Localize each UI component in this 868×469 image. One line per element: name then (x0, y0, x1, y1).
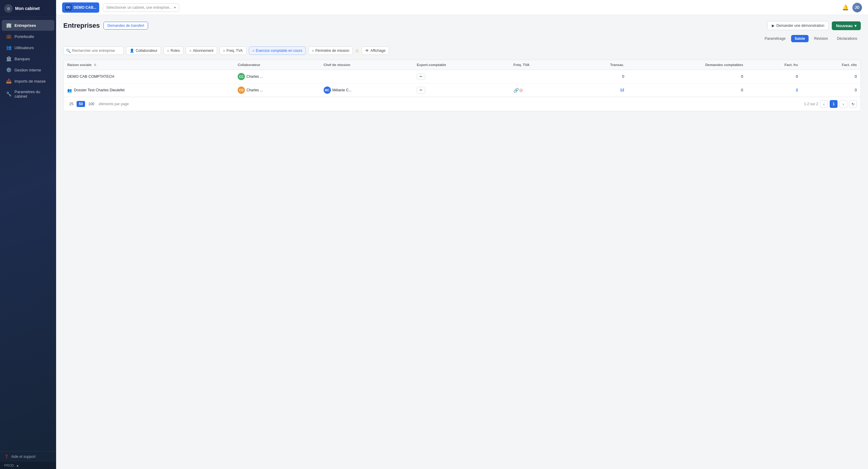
entity-selector[interactable]: Sélectionner un cabinet, une entreprise.… (103, 3, 179, 12)
current-page-button[interactable]: 1 (830, 100, 838, 108)
help-icon: ❓ (4, 455, 9, 459)
col-transac: Transac. (571, 60, 628, 70)
per-page-selector: 2550100éléments par page (67, 101, 129, 107)
sidebar-footer-help[interactable]: ❓ Aide et support (0, 451, 56, 462)
cell-freq-tva-1: 🔗⊘ (510, 83, 571, 97)
sidebar-nav: 🏢Entreprises💼Portefeuille👥Utilisateurs🏦B… (0, 17, 56, 451)
per-page-25[interactable]: 25 (67, 101, 75, 107)
entreprises-icon: 🏢 (6, 23, 11, 28)
portefeuille-icon: 💼 (6, 34, 11, 39)
col-demandes-comptables: Demandes comptables (628, 60, 747, 70)
cell-transac-1: 12 (571, 83, 628, 97)
page-header-left: Entreprises Demandes de transfert (63, 22, 148, 30)
companies-table-inner: Raison sociale ⇅ Collaborateur Chef de m… (64, 60, 861, 97)
exercice-filter-icon: ≡ (252, 49, 254, 53)
demo-icon: ▶ (772, 24, 775, 28)
main-area: DC DEMO CAB... Sélectionner un cabinet, … (56, 0, 868, 469)
page-header: Entreprises Demandes de transfert ▶ Dema… (63, 21, 861, 30)
sidebar-label-imports-de-masse: Imports de masse (14, 79, 45, 83)
cell-fact-clts-0: 0 (802, 70, 861, 83)
user-avatar[interactable]: JD (852, 3, 862, 12)
tab-saisie[interactable]: Saisie (791, 35, 809, 42)
table-row: 👥Dossier Test Charles DieulefetCDCharles… (64, 83, 861, 97)
table-row: DEMO CAB COMPTATECHCCCharles ...✏0000 (64, 70, 861, 83)
companies-table: Raison sociale ⇅ Collaborateur Chef de m… (63, 60, 861, 111)
per-page-100[interactable]: 100 (86, 101, 96, 107)
utilisateurs-icon: 👥 (6, 45, 11, 51)
imports-de-masse-icon: 📥 (6, 78, 11, 84)
col-fact-clts: Fact. clts (802, 60, 861, 70)
cell-collaborateur-1: CDCharles ... (234, 83, 320, 97)
cell-transac-0: 0 (571, 70, 628, 83)
expert-edit-button-1[interactable]: ✏ (417, 87, 425, 94)
cell-raison-sociale-1[interactable]: 👥Dossier Test Charles Dieulefet (64, 83, 234, 97)
col-raison-sociale[interactable]: Raison sociale ⇅ (64, 60, 234, 70)
page-info: 1-2 sur 2 (804, 102, 818, 106)
sidebar-item-parametres-cabinet[interactable]: 🔧Paramètres du cabinet (2, 87, 54, 101)
sidebar-label-banques: Banques (14, 57, 30, 61)
sidebar-item-imports-de-masse[interactable]: 📥Imports de masse (2, 76, 54, 87)
tva-slash: ⊘ (519, 88, 523, 93)
selector-chevron-icon: ▾ (174, 5, 176, 10)
nouveau-chevron-icon: ▾ (855, 24, 857, 28)
freq-tva-filter-icon: ≡ (223, 49, 225, 53)
filter-bar: 🔍 👤 Collaborateur ≡ Roles ≡ Abonnement ≡… (63, 46, 861, 55)
cell-expert-comptable-1: ✏ (413, 83, 510, 97)
next-page-button[interactable]: › (839, 100, 847, 108)
col-fact-frs: Fact. frs (747, 60, 802, 70)
selector-placeholder-text: Sélectionner un cabinet, une entreprise.… (106, 5, 172, 10)
table-body: DEMO CAB COMPTATECHCCCharles ...✏0000👥Do… (64, 70, 861, 97)
expert-edit-button-0[interactable]: ✏ (417, 73, 425, 80)
cell-fact-frs-1[interactable]: 2 (747, 83, 802, 97)
cell-fact-clts-1: 0 (802, 83, 861, 97)
demo-button[interactable]: ▶ Demander une démonstration (767, 21, 829, 30)
pagination-right: 1-2 sur 2 ‹ 1 › ↻ (804, 100, 857, 108)
collab-avatar-0: CC (238, 73, 245, 80)
chef-avatar-1: MC (323, 87, 331, 94)
sidebar-title: Mon cabinet (15, 6, 40, 11)
sidebar-label-utilisateurs: Utilisateurs (14, 45, 34, 50)
tab-revision[interactable]: Révision (810, 35, 832, 42)
col-collaborateur: Collaborateur (234, 60, 320, 70)
cell-raison-sociale-0[interactable]: DEMO CAB COMPTATECH (64, 70, 234, 83)
sidebar-item-entreprises[interactable]: 🏢Entreprises (2, 20, 54, 31)
cabinet-button[interactable]: DC DEMO CAB... (62, 2, 99, 13)
prev-page-button[interactable]: ‹ (820, 100, 828, 108)
freq-tva-disabled-icon-1: 🔗 (513, 88, 519, 93)
sort-icon-raison-sociale: ⇅ (94, 63, 96, 67)
notification-bell-icon[interactable]: 🔔 (842, 4, 849, 11)
refresh-button[interactable]: ↻ (849, 100, 857, 108)
exercice-filter-button[interactable]: ≡ Exercice comptable en cours (249, 46, 306, 55)
topbar-right: 🔔 JD (842, 3, 862, 12)
affichage-button[interactable]: 👁 Affichage (362, 46, 389, 55)
search-input[interactable] (63, 46, 124, 55)
sidebar-item-utilisateurs[interactable]: 👥Utilisateurs (2, 42, 54, 53)
sidebar-header: ◎ Mon cabinet (0, 0, 56, 17)
cell-collaborateur-0: CCCharles ... (234, 70, 320, 83)
roles-filter-button[interactable]: ≡ Roles (163, 46, 183, 55)
cell-freq-tva-0 (510, 70, 571, 83)
freq-tva-filter-button[interactable]: ≡ Freq. TVA (220, 46, 246, 55)
tab-declarations[interactable]: Déclarations (833, 35, 861, 42)
collaborateur-filter-button[interactable]: 👤 Collaborateur (126, 46, 161, 55)
nouveau-button[interactable]: Nouveau ▾ (832, 22, 861, 30)
transfer-button[interactable]: Demandes de transfert (103, 22, 148, 30)
tab-parametrage[interactable]: Paramétrage (761, 35, 789, 42)
sidebar-item-gestion-interne[interactable]: ⚙️Gestion interne (2, 65, 54, 75)
cabinet-name: DEMO CAB... (73, 5, 96, 10)
perimetre-filter-icon: ≡ (312, 49, 314, 53)
sidebar-item-banques[interactable]: 🏦Banques (2, 53, 54, 64)
perimetre-filter-button[interactable]: ≡ Périmètre de mission (308, 46, 353, 55)
page-title: Entreprises (63, 22, 100, 30)
sidebar-label-parametres-cabinet: Paramètres du cabinet (14, 90, 50, 99)
parametres-cabinet-icon: 🔧 (6, 91, 11, 97)
sidebar-item-portefeuille[interactable]: 💼Portefeuille (2, 31, 54, 42)
affichage-eye-icon: 👁 (365, 48, 369, 53)
prod-icon: ▲ (16, 464, 19, 467)
sidebar-label-gestion-interne: Gestion interne (14, 68, 41, 72)
abonnement-filter-button[interactable]: ≡ Abonnement (186, 46, 217, 55)
per-page-50[interactable]: 50 (76, 101, 85, 107)
cell-chef-mission-0 (320, 70, 413, 83)
collab-avatar-1: CD (238, 87, 245, 94)
collaborateur-filter-icon: 👤 (130, 48, 134, 53)
